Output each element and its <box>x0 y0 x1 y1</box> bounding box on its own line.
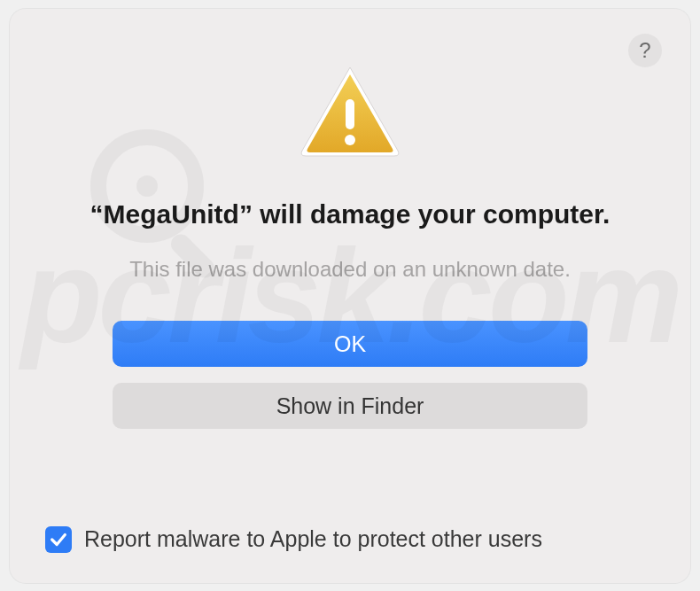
dialog-subtitle: This file was downloaded on an unknown d… <box>129 257 571 282</box>
svg-point-1 <box>136 175 158 197</box>
warning-icon <box>297 62 403 159</box>
show-in-finder-button[interactable]: Show in Finder <box>113 383 587 429</box>
alert-dialog: pcrisk.com ? “MegaUnitd” will damage you… <box>10 9 690 583</box>
report-malware-checkbox[interactable] <box>45 526 72 553</box>
svg-point-4 <box>345 135 355 145</box>
ok-button[interactable]: OK <box>113 321 587 367</box>
report-malware-label: Report malware to Apple to protect other… <box>84 526 542 552</box>
report-malware-row: Report malware to Apple to protect other… <box>45 526 542 553</box>
dialog-title: “MegaUnitd” will damage your computer. <box>90 197 611 233</box>
help-button[interactable]: ? <box>628 34 662 67</box>
checkmark-icon <box>49 530 68 549</box>
help-icon: ? <box>639 38 650 63</box>
button-group: OK Show in Finder <box>113 321 587 429</box>
svg-rect-3 <box>346 99 354 129</box>
